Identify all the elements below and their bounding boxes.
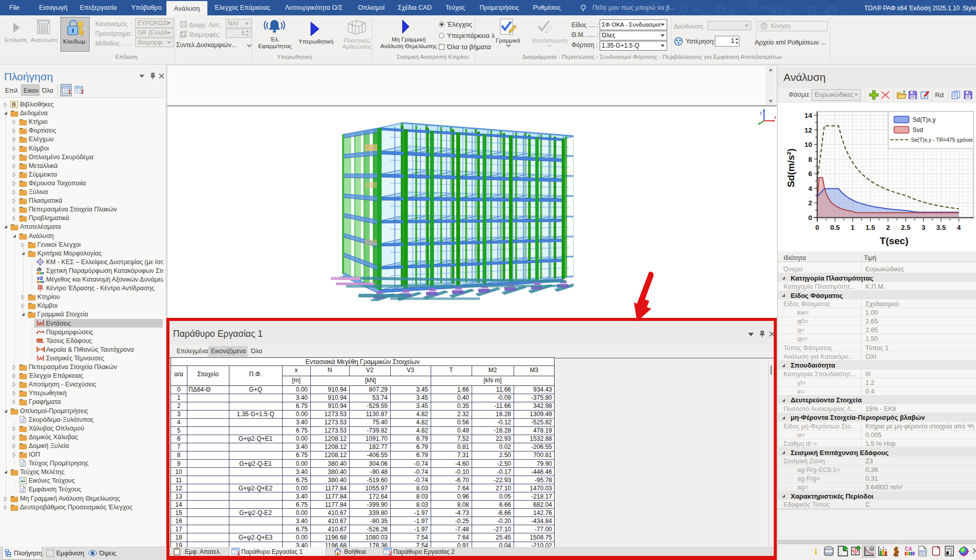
svg-text:1: 1 <box>68 89 71 94</box>
svg-text:M: M <box>871 548 873 551</box>
svg-text:T(sec): T(sec) <box>880 235 908 246</box>
svg-text:0.5: 0.5 <box>830 224 840 231</box>
svg-text:4: 4 <box>808 185 812 192</box>
svg-text:i: i <box>815 547 817 556</box>
svg-text:y: y <box>760 110 762 115</box>
svg-text:3: 3 <box>922 224 926 231</box>
svg-text:Sd(m/s²): Sd(m/s²) <box>786 148 796 187</box>
svg-text:8: 8 <box>808 156 812 163</box>
svg-text:1: 1 <box>237 551 240 556</box>
svg-text:14: 14 <box>804 112 813 119</box>
svg-text:CA: CA <box>905 546 912 552</box>
svg-text:0: 0 <box>815 224 819 231</box>
svg-text:Sd(T)x,y: Sd(T)x,y <box>913 116 936 123</box>
svg-text:Svd: Svd <box>913 126 923 134</box>
svg-text:1.5: 1.5 <box>865 224 875 231</box>
svg-text:4: 4 <box>957 224 961 231</box>
svg-text:2: 2 <box>808 199 812 207</box>
svg-text:2: 2 <box>886 224 890 231</box>
svg-text:B: B <box>12 101 16 107</box>
svg-text:12: 12 <box>804 126 812 134</box>
svg-text:3.5: 3.5 <box>937 224 946 231</box>
svg-text:Se(T)x,y - TR=475 χρόνια: Se(T)x,y - TR=475 χρόνια <box>911 137 972 143</box>
svg-text:dr: dr <box>37 267 42 272</box>
svg-text:vd: vd <box>37 275 43 281</box>
svg-text:6: 6 <box>808 170 812 178</box>
svg-text:10: 10 <box>804 141 812 148</box>
svg-text:x: x <box>774 115 777 120</box>
svg-text:2: 2 <box>389 551 392 556</box>
svg-text:1: 1 <box>851 224 855 231</box>
svg-text:0: 0 <box>808 214 812 222</box>
svg-text:2.5: 2.5 <box>901 224 910 231</box>
svg-text:2: 2 <box>81 89 83 94</box>
